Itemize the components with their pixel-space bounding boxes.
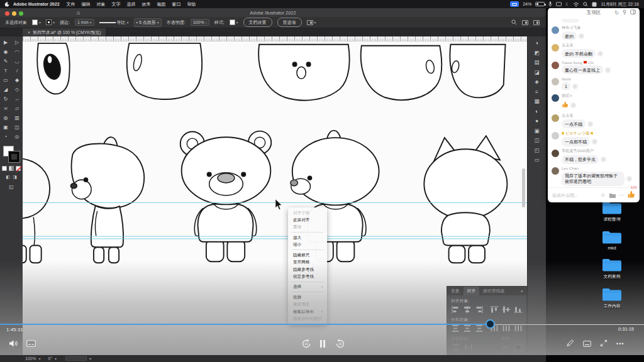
menubar-menu-编辑[interactable]: 编辑	[82, 2, 91, 6]
preferences-button[interactable]: 首选项	[277, 18, 302, 27]
curvature-tool[interactable]: ◡	[13, 58, 21, 65]
appearance-icon[interactable]: ●	[535, 118, 538, 124]
gradient-button[interactable]	[9, 166, 14, 171]
brush-definition-dropdown[interactable]: • 5 点圆形▾	[134, 18, 162, 27]
skip-forward-button[interactable]: 30	[335, 338, 346, 349]
draw-normal-icon[interactable]: ◧	[6, 175, 11, 180]
comments-icon[interactable]: ▭	[534, 157, 539, 163]
menubar-menu-效果[interactable]: 效果	[142, 2, 151, 6]
menubar-menu-选择[interactable]: 选择	[127, 2, 136, 6]
horizontal-distribute-right-button[interactable]	[514, 324, 523, 332]
apple-menu-icon[interactable]	[4, 1, 9, 7]
reaction-button[interactable]: ☺	[570, 102, 576, 108]
swatches-icon[interactable]: ▤	[534, 60, 539, 65]
video-progress-played[interactable]	[0, 324, 486, 325]
emoji-icon[interactable]: ☺	[601, 192, 606, 198]
pause-button[interactable]	[319, 339, 326, 348]
artboard-navigation[interactable]	[65, 356, 87, 361]
horizontal-distribute-space-button[interactable]	[464, 343, 473, 351]
folder-attach-icon[interactable]	[609, 190, 616, 201]
artboards-icon[interactable]: ▣	[534, 128, 539, 134]
vertical-distribute-space-button[interactable]	[451, 343, 460, 351]
align-to-artboard-button[interactable]	[514, 343, 523, 351]
none-button[interactable]	[16, 166, 21, 171]
menubar-menu-窗口[interactable]: 窗口	[172, 2, 181, 6]
spotlight-search-icon[interactable]	[583, 2, 588, 7]
width-tool[interactable]: ≍	[1, 105, 10, 112]
reaction-button[interactable]: ☺	[592, 139, 597, 145]
do-not-disturb-moon-icon[interactable]: ☾	[565, 2, 569, 7]
reaction-button[interactable]: ☺	[626, 176, 632, 182]
vertical-distribute-top-button[interactable]	[451, 324, 460, 332]
menubar-datetime[interactable]: 11月8日 周三 22:16	[601, 1, 639, 8]
reaction-button[interactable]: ☺	[587, 121, 593, 127]
vertical-distribute-bottom-button[interactable]	[475, 324, 484, 332]
line-tool[interactable]: /	[13, 67, 21, 75]
more-actions-icon[interactable]: ⋯	[619, 192, 624, 198]
reaction-button[interactable]: ☺	[579, 33, 584, 39]
avatar[interactable]	[552, 94, 559, 102]
lasso-tool[interactable]: ◠	[13, 48, 21, 56]
draw-behind-icon[interactable]: ◨	[13, 175, 18, 180]
more-options-icon[interactable]: •••	[616, 341, 624, 347]
collapse-arrows-icon[interactable]	[600, 338, 608, 349]
style-swatch[interactable]: ▾	[230, 19, 238, 25]
artboard-tool[interactable]: ▣	[1, 124, 10, 131]
folder-课程整理[interactable]: 课程整理	[589, 200, 635, 222]
subtitles-icon[interactable]	[26, 340, 36, 347]
reaction-button[interactable]: ☺	[572, 84, 578, 89]
video-progress-handle[interactable]	[486, 319, 495, 329]
opacity-input[interactable]: 100%›	[191, 19, 209, 26]
reaction-button[interactable]: ☺	[605, 67, 611, 73]
document-setup-button[interactable]: 文档设置	[243, 18, 272, 27]
transparency-icon[interactable]: ◐	[535, 109, 538, 114]
pin-icon[interactable]	[622, 9, 627, 16]
scale-tool[interactable]: ↔	[13, 96, 21, 103]
rectangle-tool[interactable]: ▭	[1, 77, 10, 84]
avatar[interactable]	[552, 44, 559, 52]
fill-swatch[interactable]: ▾	[32, 19, 41, 25]
folder-文档案例[interactable]: 文档案例	[589, 257, 635, 280]
avatar[interactable]	[552, 114, 559, 122]
rotation-value[interactable]: 0°	[48, 356, 52, 361]
wifi-icon[interactable]	[573, 2, 579, 7]
graph-tool[interactable]: ▥	[13, 114, 21, 122]
workspace-layout-icon[interactable]	[522, 20, 528, 25]
reaction-button[interactable]: ☺	[601, 156, 606, 162]
avatar[interactable]	[552, 167, 559, 175]
microphone-icon[interactable]	[548, 1, 552, 7]
search-icon[interactable]	[511, 19, 517, 25]
shaper-tool[interactable]: ◇	[13, 86, 21, 94]
symbol-sprayer-tool[interactable]: ◍	[1, 114, 10, 122]
symbols-icon[interactable]: ◈	[535, 79, 539, 85]
gradient-icon[interactable]: ▦	[534, 99, 539, 104]
volume-icon[interactable]	[9, 339, 18, 348]
menubar-menu-文字[interactable]: 文字	[112, 2, 121, 6]
color-button[interactable]	[2, 166, 7, 171]
avatar[interactable]	[552, 132, 559, 140]
paintbrush-tool[interactable]: ◆	[13, 77, 21, 84]
align-to-key-object-button[interactable]	[501, 343, 511, 351]
refresh-icon[interactable]: ↻	[614, 10, 619, 16]
pen-tool[interactable]: ✎	[1, 58, 10, 65]
asset-export-icon[interactable]: ◰	[534, 148, 539, 153]
folder-工作内容[interactable]: 工作内容	[589, 287, 635, 309]
chat-input[interactable]: 说点什么吧...	[552, 192, 597, 199]
color-guide-icon[interactable]: ◩	[534, 50, 539, 56]
menubar-menu-对象[interactable]: 对象	[97, 2, 106, 6]
arrange-dropdown[interactable]: ▾	[307, 20, 316, 25]
type-tool[interactable]: T	[1, 67, 10, 75]
pencil-tool[interactable]: ◢	[1, 86, 10, 94]
layers-icon[interactable]: ◫	[534, 138, 539, 143]
brushes-icon[interactable]: ◪	[534, 70, 539, 75]
menubar-menu-视图[interactable]: 视图	[157, 2, 166, 6]
annotate-pencil-icon[interactable]	[566, 338, 574, 349]
avatar[interactable]	[552, 26, 559, 34]
document-tab[interactable]: × 第四节课.ai* @ 100 % (CMYK/预览)	[23, 28, 106, 36]
hand-tool[interactable]: ◔	[1, 133, 10, 141]
panel-window-icon[interactable]	[630, 9, 636, 16]
zoom-level[interactable]: 100%	[25, 356, 36, 361]
card-icon[interactable]	[583, 338, 591, 349]
avatar[interactable]	[552, 62, 559, 69]
menubar-app-name[interactable]: Adobe Illustrator 2022	[13, 2, 60, 6]
